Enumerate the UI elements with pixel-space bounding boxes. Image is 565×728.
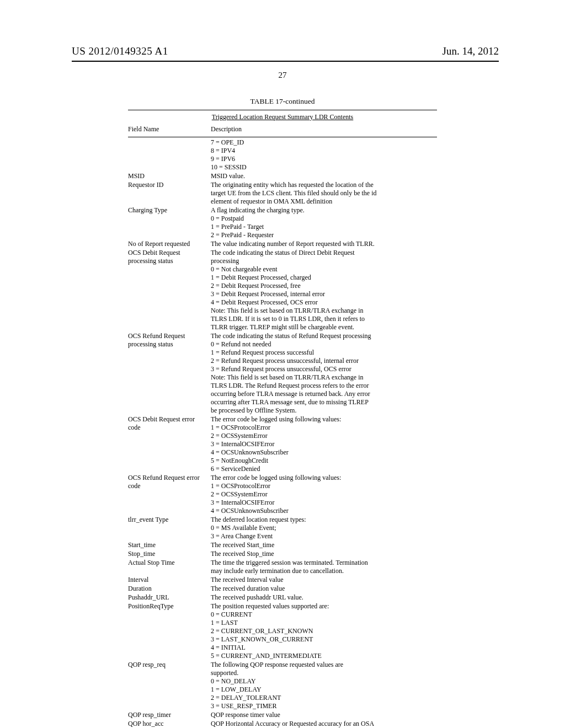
description-cell: MSID value. <box>211 172 437 180</box>
description-cell: The received Interval value <box>211 576 437 584</box>
description-line: The value indicating number of Report re… <box>211 240 437 248</box>
description-line: 0 = Postpaid <box>211 215 437 223</box>
description-line: 8 = IPV4 <box>211 147 437 155</box>
table-row: PositionReqTypeThe position requested va… <box>128 602 437 661</box>
description-line: The received Stop_time <box>211 550 437 558</box>
table-column-headers: Field Name Description <box>128 123 437 136</box>
table-row: QOP resp_timerQOP response timer value <box>128 711 437 720</box>
description-line: 1 = LAST <box>211 619 437 627</box>
description-line: The originating entity which has request… <box>211 181 437 189</box>
description-line: The received Interval value <box>211 576 437 584</box>
description-line: target UE from the LCS client. This file… <box>211 189 437 197</box>
field-name-cell: OCS Refund Request processing status <box>128 332 211 349</box>
description-line: 5 = NotEnoughCredit <box>211 457 437 465</box>
description-line: 0 = Not chargeable event <box>211 265 437 274</box>
description-line: 4 = OCSUnknownSubscriber <box>211 448 437 457</box>
description-line: 3 = Refund Request process unsuccessful,… <box>211 365 437 373</box>
field-name-cell: QOP resp_req <box>128 661 211 669</box>
description-line: 4 = INITIAL <box>211 644 437 652</box>
description-cell: The code indicating the status of Refund… <box>211 332 437 415</box>
description-line: MSID value. <box>211 172 437 180</box>
description-cell: The position requested values supported … <box>211 602 437 660</box>
description-line: 3 = Area Change Event <box>211 532 437 540</box>
description-line: 0 = NO_DELAY <box>211 677 437 686</box>
table-row: Stop_timeThe received Stop_time <box>128 550 437 559</box>
table-row: Requestor IDThe originating entity which… <box>128 181 437 206</box>
description-cell: The received Stop_time <box>211 550 437 558</box>
table-row: 7 = OPE_ID8 = IPV49 = IPV610 = SESSID <box>128 138 437 172</box>
description-line: 9 = IPV6 <box>211 155 437 163</box>
description-line: The time the triggered session was termi… <box>211 559 437 567</box>
field-name-cell: Actual Stop Time <box>128 559 211 567</box>
description-line: 1 = Debit Request Processed, charged <box>211 274 437 282</box>
field-name-cell: No of Report requested <box>128 240 211 248</box>
description-line: TLRR trigger. TLREP might still be charg… <box>211 323 437 331</box>
description-line: A flag indicating the charging type. <box>211 206 437 215</box>
description-line: 2 = OCSSystemError <box>211 490 437 499</box>
publication-number: US 2012/0149325 A1 <box>72 45 168 57</box>
description-line: 2 = CURRENT_OR_LAST_KNOWN <box>211 627 437 635</box>
page-header: US 2012/0149325 A1 Jun. 14, 2012 <box>0 45 565 62</box>
field-name-cell: OCS Refund Request error code <box>128 474 211 490</box>
table-row: Actual Stop TimeThe time the triggered s… <box>128 559 437 576</box>
header-rule <box>72 61 499 62</box>
description-cell: A flag indicating the charging type.0 = … <box>211 206 437 239</box>
table-17-continued: TABLE 17-continued Triggered Location Re… <box>128 97 437 728</box>
table-row: OCS Refund Request processing statusThe … <box>128 332 437 415</box>
description-line: be processed by Offline System. <box>211 406 437 415</box>
field-name-cell: Pushaddr_URL <box>128 593 211 602</box>
description-line: TLRS LDR. The Refund Request process ref… <box>211 382 437 390</box>
field-name-cell: OCS Debit Request processing status <box>128 249 211 265</box>
description-line: Note: This field is set based on TLRR/TL… <box>211 373 437 382</box>
description-line: The received duration value <box>211 585 437 593</box>
field-name-cell: Requestor ID <box>128 181 211 189</box>
description-line: Note: This field is set based on TLRR/TL… <box>211 307 437 315</box>
description-line: 0 = CURRENT <box>211 611 437 619</box>
description-cell: The originating entity which has request… <box>211 181 437 206</box>
table-row: QOP resp_reqThe following QOP response r… <box>128 661 437 711</box>
description-line: The position requested values supported … <box>211 602 437 611</box>
description-cell: The following QOP response requested val… <box>211 661 437 710</box>
description-line: The error code be logged using following… <box>211 415 437 424</box>
description-line: 6 = ServiceDenied <box>211 465 437 473</box>
field-name-cell: PositionReqType <box>128 602 211 611</box>
description-line: element of requestor in OMA XML definiti… <box>211 197 437 206</box>
description-line: 3 = LAST_KNOWN_OR_CURRENT <box>211 635 437 644</box>
table-row: No of Report requestedThe value indicati… <box>128 240 437 249</box>
description-cell: The error code be logged using following… <box>211 415 437 473</box>
description-cell: The received Start_time <box>211 541 437 549</box>
table-row: Charging TypeA flag indicating the charg… <box>128 206 437 240</box>
description-cell: The error code be logged using following… <box>211 474 437 515</box>
field-name-cell: Duration <box>128 585 211 593</box>
description-cell: The received duration value <box>211 585 437 593</box>
field-name-cell: QOP hor_acc <box>128 720 211 728</box>
field-name-cell: OCS Debit Request error code <box>128 415 211 432</box>
description-line: 1 = OCSProtocolError <box>211 482 437 490</box>
description-line: QOP response timer value <box>211 711 437 719</box>
description-cell: The received pushaddr URL value. <box>211 593 437 602</box>
field-name-cell: Interval <box>128 576 211 584</box>
description-line: The received pushaddr URL value. <box>211 593 437 602</box>
table-subtitle: Triggered Location Request Summary LDR C… <box>128 111 437 123</box>
table-row: OCS Debit Request processing statusThe c… <box>128 249 437 332</box>
description-cell: The code indicating the status of Direct… <box>211 249 437 331</box>
table-body: 7 = OPE_ID8 = IPV49 = IPV610 = SESSIDMSI… <box>128 138 437 728</box>
description-line: The error code be logged using following… <box>211 474 437 482</box>
description-line: TLRS LDR. If it is set to 0 in TLRS LDR,… <box>211 315 437 323</box>
description-line: 2 = DELAY_TOLERANT <box>211 694 437 702</box>
table-row: OCS Refund Request error codeThe error c… <box>128 474 437 516</box>
field-name-cell: Charging Type <box>128 206 211 215</box>
description-line: 7 = OPE_ID <box>211 138 437 147</box>
description-line: supported. <box>211 669 437 677</box>
table-rule-top <box>128 110 437 110</box>
page-number: 27 <box>0 71 565 80</box>
description-cell: QOP Horizontal Accuracy or Requested acc… <box>211 720 437 728</box>
description-line: The following QOP response requested val… <box>211 661 437 669</box>
description-cell: QOP response timer value <box>211 711 437 719</box>
table-row: OCS Debit Request error codeThe error co… <box>128 415 437 474</box>
description-line: 1 = PrePaid - Target <box>211 223 437 231</box>
field-name-cell: tlrr_event Type <box>128 516 211 524</box>
description-line: 3 = USE_RESP_TIMER <box>211 702 437 710</box>
description-line: 3 = InternalOCSIFError <box>211 440 437 448</box>
description-line: 10 = SESSID <box>211 163 437 172</box>
